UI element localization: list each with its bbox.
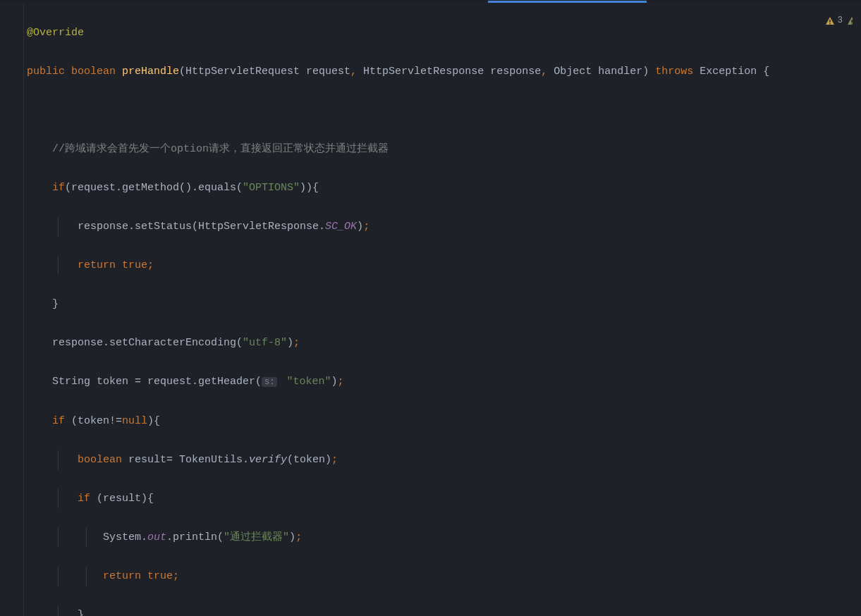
method-name: preHandle [122,66,179,78]
code-text: HttpServletResponse response [363,66,541,78]
keyword-return: return [103,570,147,582]
semicolon: ; [295,531,302,543]
keyword-true: true [122,259,147,271]
code-text: )){ [300,182,319,194]
brace: } [52,298,59,310]
keyword-true: true [147,570,173,582]
semicolon: ; [338,376,344,388]
code-text: String token = request.getHeader( [52,376,262,388]
code-text: response.setStatus(HttpServletResponse. [78,221,325,233]
code-text: Exception [700,66,763,78]
keyword-return: return [78,259,122,271]
code-text: ){ [147,415,160,427]
code-text: response.setCharacterEncoding( [52,337,243,349]
comma: , [541,66,554,78]
keyword-boolean: boolean [78,454,128,466]
keyword-if: if [52,415,71,427]
semicolon: ; [293,337,300,349]
code-text: ) [289,531,295,543]
semicolon: ; [331,454,338,466]
keyword-boolean: boolean [71,66,122,78]
code-text: (token) [287,454,331,466]
comma: , [350,66,363,78]
keyword-if: if [52,182,65,194]
code-text: System. [103,531,147,543]
static-method: verify [249,454,287,466]
string-literal: "OPTIONS" [243,182,300,194]
string-literal: "token" [280,376,331,388]
code-text: (request.getMethod().equals( [65,182,243,194]
code-editor[interactable]: @Override public boolean preHandle(HttpS… [0,3,861,616]
code-content[interactable]: @Override public boolean preHandle(HttpS… [27,4,861,616]
code-text: Object handler) [554,66,655,78]
code-text: ) [331,376,338,388]
gutter[interactable] [0,3,24,616]
code-text: (result){ [97,493,154,505]
annotation: @Override [27,27,84,39]
keyword-null: null [122,415,147,427]
keyword-if: if [78,493,97,505]
code-text: (token!= [71,415,122,427]
semicolon: ; [147,259,154,271]
string-literal: "utf-8" [243,337,287,349]
brace: } [78,609,84,617]
semicolon: ; [173,570,179,582]
comment: //跨域请求会首先发一个option请求，直接返回正常状态并通过拦截器 [52,143,389,155]
semicolon: ; [363,221,370,233]
code-text: ) [287,337,293,349]
code-text: (HttpServletRequest request [179,66,350,78]
string-literal: "通过拦截器" [224,531,289,543]
brace: { [763,66,769,78]
static-field: out [147,531,166,543]
code-text: .println( [166,531,224,543]
static-constant: SC_OK [325,221,357,233]
code-text: result= TokenUtils. [128,454,249,466]
keyword-public: public [27,66,71,78]
parameter-hint: s: [262,377,277,387]
keyword-throws: throws [655,66,700,78]
code-text: ) [357,221,363,233]
